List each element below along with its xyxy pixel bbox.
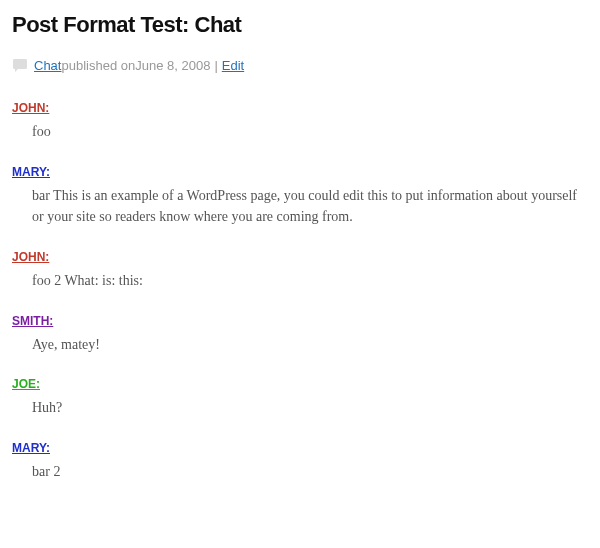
chat-speaker-name: MARY:: [12, 441, 588, 455]
chat-block: MARY: bar This is an example of a WordPr…: [12, 165, 588, 228]
post-meta: Chat published on June 8, 2008 | Edit: [12, 58, 588, 73]
chat-block: MARY: bar 2: [12, 441, 588, 483]
chat-message: foo 2 What: is: this:: [12, 270, 588, 292]
chat-message: Huh?: [12, 397, 588, 419]
chat-speaker-name: SMITH:: [12, 314, 588, 328]
chat-message: bar 2: [12, 461, 588, 483]
meta-published-prefix: published on: [61, 58, 135, 73]
chat-block: JOE: Huh?: [12, 377, 588, 419]
chat-message: bar This is an example of a WordPress pa…: [12, 185, 588, 228]
page-title: Post Format Test: Chat: [12, 12, 588, 38]
comment-icon: [12, 59, 28, 73]
edit-link[interactable]: Edit: [222, 58, 244, 73]
chat-speaker-name: JOHN:: [12, 101, 588, 115]
chat-block: JOHN: foo: [12, 101, 588, 143]
chat-speaker-name: JOE:: [12, 377, 588, 391]
category-link[interactable]: Chat: [34, 58, 61, 73]
chat-message: Aye, matey!: [12, 334, 588, 356]
meta-date: June 8, 2008: [135, 58, 210, 73]
chat-block: SMITH: Aye, matey!: [12, 314, 588, 356]
chat-block: JOHN: foo 2 What: is: this:: [12, 250, 588, 292]
chat-message: foo: [12, 121, 588, 143]
chat-speaker-name: JOHN:: [12, 250, 588, 264]
meta-separator: |: [214, 58, 217, 73]
chat-speaker-name: MARY:: [12, 165, 588, 179]
